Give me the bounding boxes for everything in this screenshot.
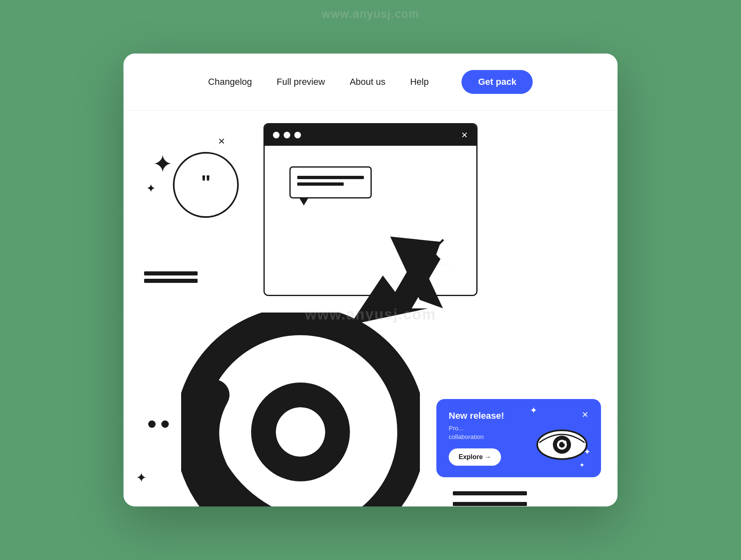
notification-card: ✦ ✦ ✦ New release! ✕ Pro... collaboratio… xyxy=(436,399,601,477)
deco-dots xyxy=(148,420,169,428)
deco-line-2 xyxy=(144,279,198,283)
notif-sparkle-2: ✦ xyxy=(579,461,585,469)
notif-description: Pro... collaboration xyxy=(449,424,529,441)
browser-window: Changelog Full preview About us Help Get… xyxy=(124,54,618,506)
deco-line-1 xyxy=(144,271,198,275)
explore-label: Explore → xyxy=(459,453,491,461)
nav-changelog[interactable]: Changelog xyxy=(208,77,252,87)
deco-star-bottom: ✦ xyxy=(136,470,147,485)
notif-body: Pro... collaboration Explore → xyxy=(449,424,589,466)
notif-title: New release! xyxy=(449,411,504,421)
svg-point-13 xyxy=(563,441,566,444)
content-area: www.anyusj.com × ✦ ✦ " ✦ xyxy=(124,111,618,506)
app-dot-3 xyxy=(294,132,301,138)
notif-sparkle-3: ✦ xyxy=(584,447,591,457)
eye-illustration xyxy=(535,428,589,461)
app-dot-1 xyxy=(273,132,280,138)
big-arrow-container xyxy=(342,234,457,343)
chat-bubble xyxy=(289,166,372,198)
deco-star-small: ✦ xyxy=(146,183,156,194)
deco-x-top: × xyxy=(218,135,225,147)
watermark-top: www.anyusj.com xyxy=(322,7,419,21)
app-titlebar: ✕ xyxy=(265,124,476,146)
bottom-line-1 xyxy=(453,491,527,495)
app-close-x: ✕ xyxy=(461,130,468,140)
notif-close-button[interactable]: ✕ xyxy=(582,411,589,419)
big-arrow-svg xyxy=(342,234,457,341)
notif-header: New release! ✕ xyxy=(449,411,589,421)
svg-point-2 xyxy=(276,407,325,457)
notif-text-section: Pro... collaboration Explore → xyxy=(449,424,529,466)
app-dot-2 xyxy=(284,132,290,138)
get-pack-button[interactable]: Get pack xyxy=(461,70,533,94)
quote-circle: " xyxy=(173,152,239,218)
dot-1 xyxy=(148,420,156,428)
bottom-line-2 xyxy=(453,502,527,506)
nav-about-us[interactable]: About us xyxy=(350,77,385,87)
deco-star-large: ✦ xyxy=(152,152,173,177)
eye-svg xyxy=(535,428,589,461)
chat-line-2 xyxy=(297,182,344,186)
quote-marks: " xyxy=(201,173,211,193)
deco-lines-bottom-right xyxy=(453,491,527,506)
app-dots xyxy=(273,132,301,138)
chat-tail xyxy=(299,197,309,205)
notif-explore-button[interactable]: Explore → xyxy=(449,448,501,466)
nav-full-preview[interactable]: Full preview xyxy=(277,77,325,87)
nav-help[interactable]: Help xyxy=(410,77,429,87)
nav-bar: Changelog Full preview About us Help Get… xyxy=(124,54,618,111)
deco-lines-left xyxy=(144,271,198,283)
notif-sparkle-1: ✦ xyxy=(530,405,537,416)
chat-line-1 xyxy=(297,176,364,179)
dot-2 xyxy=(161,420,169,428)
